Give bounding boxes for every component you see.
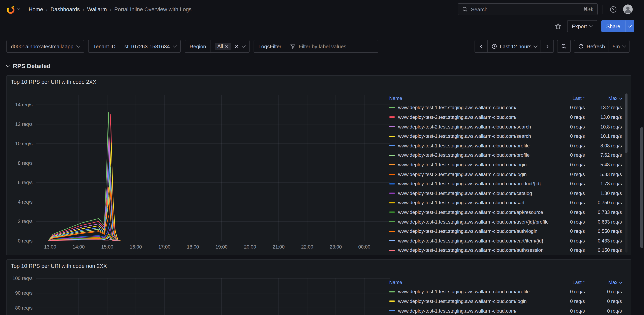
legend-scrollbar-thumb[interactable]	[625, 94, 628, 153]
legend-col-max[interactable]: Max	[585, 96, 622, 101]
logs-filter-label: LogsFilter	[254, 40, 286, 52]
refresh-interval-picker[interactable]: 5m	[609, 40, 630, 53]
time-shift-back-button[interactable]	[474, 40, 488, 53]
legend-row[interactable]: www.deploy-test-2.test.staging.aws.walla…	[389, 150, 622, 160]
share-button[interactable]: Share	[602, 20, 625, 32]
clock-icon	[491, 44, 497, 49]
tenant-id-value: st-107263-1581634	[124, 43, 170, 49]
series-color-swatch	[389, 193, 395, 194]
legend-col-max[interactable]: Max	[585, 279, 622, 285]
region-dropdown[interactable]: Region All	[185, 40, 250, 53]
series-max-value: 5.48 req/s	[585, 162, 622, 168]
timeseries-chart-non-2xx[interactable]: 0 req/s10 req/s20 req/s30 req/s40 req/s5…	[10, 273, 392, 315]
legend-row[interactable]: www.deploy-test-1.test.staging.aws.walla…	[389, 179, 622, 188]
svg-text:12 req/s: 12 req/s	[15, 121, 32, 127]
page-scrollbar[interactable]	[640, 0, 643, 315]
legend-row[interactable]: www.deploy-test-1.test.staging.aws.walla…	[389, 296, 622, 306]
svg-text:90 req/s: 90 req/s	[15, 290, 32, 296]
legend-row[interactable]: www.deploy-test-1.test.staging.aws.walla…	[389, 236, 622, 245]
breadcrumb-folder[interactable]: Wallarm	[87, 6, 107, 12]
region-selected-tag[interactable]: All	[215, 43, 231, 50]
breadcrumb-dashboards[interactable]: Dashboards	[50, 6, 80, 12]
series-name: www.deploy-test-1.test.staging.aws.walla…	[398, 209, 543, 215]
remove-tag-icon[interactable]	[225, 45, 228, 48]
timeseries-chart-2xx[interactable]: 0 req/s2 req/s4 req/s6 req/s8 req/s10 re…	[10, 89, 392, 254]
series-last-value: 0 req/s	[553, 114, 585, 120]
zoom-out-icon	[561, 44, 567, 49]
series-color-swatch	[389, 174, 395, 175]
series-name: www.deploy-test-1.test.staging.aws.walla…	[398, 190, 532, 196]
series-name: www.deploy-test-2.test.staging.aws.walla…	[398, 124, 531, 130]
svg-text:15:00: 15:00	[101, 244, 113, 249]
user-avatar[interactable]	[623, 5, 633, 14]
svg-text:10 req/s: 10 req/s	[15, 141, 32, 146]
search-shortcut-hint: ⌘+k	[583, 7, 593, 12]
series-max-value: 0 req/s	[585, 298, 622, 304]
legend-row[interactable]: www.deploy-test-1.test.staging.aws.walla…	[389, 287, 622, 296]
logs-filter-input[interactable]: Filter by label values	[286, 40, 378, 52]
legend-row[interactable]: www.deploy-test-1.test.staging.aws.walla…	[389, 132, 622, 141]
legend-col-name[interactable]: Name	[389, 96, 553, 101]
time-range-picker-button[interactable]: Last 12 hours	[488, 40, 541, 53]
star-dashboard-button[interactable]	[553, 20, 563, 32]
legend-row[interactable]: www.deploy-test-2.test.staging.aws.walla…	[389, 122, 622, 132]
legend-row[interactable]: www.deploy-test-1.test.staging.aws.walla…	[389, 141, 622, 150]
search-input[interactable]: Search... ⌘+k	[458, 3, 598, 15]
panel-title[interactable]: Top 10 RPS per URI with code non 2XX	[11, 263, 107, 269]
series-max-value: 5.33 req/s	[585, 171, 622, 177]
series-color-swatch	[389, 107, 395, 108]
legend-scrollbar[interactable]	[625, 94, 628, 252]
tenant-id-dropdown[interactable]: Tenant ID st-107263-1581634	[88, 40, 181, 53]
chevron-down-icon	[628, 23, 632, 27]
breadcrumb-home[interactable]: Home	[28, 6, 43, 12]
series-max-value: 0.633 req/s	[585, 219, 622, 225]
zoom-out-time-button[interactable]	[557, 40, 571, 53]
legend-col-name[interactable]: Name	[389, 279, 553, 285]
series-name: www.deploy-test-1.test.staging.aws.walla…	[398, 219, 548, 225]
legend-row[interactable]: www.deploy-test-1.test.staging.aws.walla…	[389, 306, 622, 315]
share-menu-button[interactable]	[625, 20, 634, 32]
series-color-swatch	[389, 164, 395, 165]
row-rps-detailed-toggle[interactable]: RPS Detailed	[6, 61, 50, 71]
legend-row[interactable]: www.deploy-test-2.test.staging.aws.walla…	[389, 170, 622, 179]
search-placeholder: Search...	[471, 6, 580, 12]
legend-row[interactable]: www.deploy-test-1.test.staging.aws.walla…	[389, 188, 622, 198]
legend-row[interactable]: www.deploy-test-1.test.staging.aws.walla…	[389, 160, 622, 169]
svg-text:18:00: 18:00	[187, 244, 199, 249]
clear-selection-icon[interactable]	[235, 44, 239, 48]
refresh-button[interactable]: Refresh	[574, 40, 609, 53]
chevron-down-icon	[6, 63, 10, 67]
series-max-value: 0.550 req/s	[585, 228, 622, 234]
export-button[interactable]: Export	[567, 20, 597, 32]
series-name: www.deploy-test-2.test.staging.aws.walla…	[398, 152, 530, 158]
series-last-value: 0 req/s	[553, 124, 585, 130]
help-button[interactable]	[608, 4, 618, 15]
panel-title[interactable]: Top 10 RPS per URI with code 2XX	[11, 79, 96, 85]
series-max-value: 8.08 req/s	[585, 143, 622, 149]
legend-col-last[interactable]: Last *	[553, 96, 585, 101]
legend-row[interactable]: www.deploy-test-1.test.staging.aws.walla…	[389, 103, 622, 112]
legend-row[interactable]: www.deploy-test-1.test.staging.aws.walla…	[389, 198, 622, 207]
time-shift-forward-button[interactable]	[541, 40, 554, 53]
legend-row[interactable]: www.deploy-test-1.test.staging.aws.walla…	[389, 207, 622, 217]
series-name: www.deploy-test-2.test.staging.aws.walla…	[398, 171, 527, 177]
series-last-value: 0 req/s	[553, 133, 585, 139]
legend-row[interactable]: www.deploy-test-1.test.staging.aws.walla…	[389, 245, 622, 255]
app-variable-dropdown[interactable]: d0001ainboxatestmailaapp	[6, 40, 84, 53]
series-color-swatch	[389, 136, 395, 137]
page-scrollbar-thumb[interactable]	[640, 127, 643, 248]
series-max-value: 10.8 req/s	[585, 124, 622, 130]
legend-col-last[interactable]: Last *	[553, 279, 585, 285]
legend-row[interactable]: www.deploy-test-1.test.staging.aws.walla…	[389, 217, 622, 226]
legend-row[interactable]: www.deploy-test-1.test.staging.aws.walla…	[389, 227, 622, 236]
logs-filter-control[interactable]: LogsFilter Filter by label values	[254, 40, 378, 53]
svg-text:20:00: 20:00	[244, 244, 256, 249]
svg-text:2 req/s: 2 req/s	[18, 218, 32, 224]
breadcrumb-separator-icon: ›	[110, 6, 112, 12]
svg-text:0 req/s: 0 req/s	[18, 238, 32, 243]
series-last-value: 0 req/s	[553, 238, 585, 243]
org-menu-button[interactable]	[6, 4, 20, 14]
svg-text:80 req/s: 80 req/s	[15, 305, 32, 310]
series-max-value: 1.78 req/s	[585, 181, 622, 186]
legend-row[interactable]: www.deploy-test-2.test.staging.aws.walla…	[389, 112, 622, 122]
